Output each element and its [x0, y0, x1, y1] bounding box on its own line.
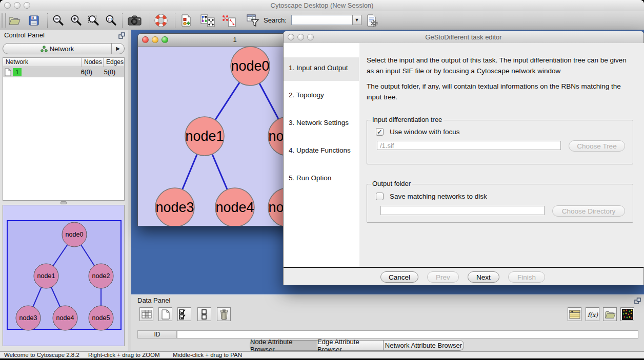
data-panel: Data Panel [131, 294, 644, 351]
open-session-button[interactable] [6, 13, 23, 28]
close-button[interactable] [288, 34, 294, 40]
svg-text:node3: node3 [155, 200, 194, 215]
select-attributes-button[interactable] [139, 307, 153, 321]
minimize-button[interactable] [152, 36, 158, 43]
attribute-value-field[interactable] [177, 330, 638, 338]
select-all-attributes-button[interactable] [177, 307, 191, 321]
save-session-button[interactable] [26, 13, 42, 28]
float-panel-icon[interactable] [634, 297, 641, 306]
next-button[interactable]: Next [468, 271, 499, 283]
help-button[interactable] [153, 13, 169, 28]
toolbar-separator [122, 13, 123, 28]
minimize-button[interactable] [14, 2, 21, 9]
app-title: Cytoscape Desktop (New Session) [0, 0, 644, 11]
choose-directory-button[interactable]: Choose Directory [552, 205, 625, 217]
tab-network-attribute-browser[interactable]: Network Attribute Browser [384, 340, 464, 351]
output-folder-path-field[interactable] [380, 206, 545, 215]
prev-button[interactable]: Prev [427, 271, 459, 283]
search-input[interactable] [291, 15, 354, 25]
delete-attribute-button[interactable] [217, 307, 231, 321]
search-dropdown-button[interactable]: ▼ [352, 15, 361, 25]
close-button[interactable] [142, 36, 149, 43]
attribute-batch-button[interactable] [568, 307, 581, 321]
status-message-pan-hint: Middle-click + drag to PAN [173, 352, 242, 358]
panel-splitter[interactable] [3, 201, 125, 205]
trash-icon [219, 309, 229, 320]
vizmapper-button[interactable] [178, 13, 194, 28]
minimize-button[interactable] [297, 34, 304, 40]
tab-edge-attribute-browser[interactable]: Edge Attribute Browser [317, 340, 384, 351]
step-input-and-output[interactable]: 1. Input and Output [284, 64, 359, 73]
step-network-settings[interactable]: 3. Network Settings [284, 119, 359, 128]
network-overview[interactable]: node0 node1 node2 node3 node4 node5 [3, 205, 125, 346]
import-attributes-button[interactable] [603, 307, 617, 321]
zoom-in-icon [70, 14, 83, 27]
output-folder-group: Output folder Save matching networks to … [367, 184, 633, 223]
filter-button[interactable] [245, 13, 261, 28]
create-attribute-button[interactable] [158, 307, 172, 321]
zoom-selected-button[interactable] [86, 13, 102, 28]
zoom-button[interactable] [24, 2, 30, 9]
network-nodes-count: 6(0) [78, 69, 101, 76]
svg-text:node5: node5 [92, 314, 110, 322]
tab-node-attribute-browser[interactable]: Node Attribute Browser [250, 340, 317, 351]
export-image-button[interactable] [126, 13, 143, 28]
column-header-edges[interactable]: Edges [104, 58, 124, 67]
use-window-with-focus-checkbox[interactable]: ✓ [376, 128, 384, 136]
open-folder-icon [8, 14, 21, 27]
close-button[interactable] [4, 2, 11, 9]
step-topology[interactable]: 2. Topology [284, 91, 359, 100]
zoom-actual-size-button[interactable]: 1:1 [103, 13, 119, 28]
function-builder-button[interactable]: f(x) [586, 307, 599, 321]
document-icon [5, 68, 11, 76]
main-toolbar: 1:1 [0, 11, 644, 30]
dialog-window-controls [288, 34, 317, 40]
function-icon: f(x) [587, 309, 599, 320]
cytoscape-app-window: Cytoscape Desktop (New Session) [0, 0, 644, 358]
tab-network[interactable]: Network ▶ [3, 43, 125, 54]
network-edges-count: 5(0) [101, 69, 124, 76]
control-panel-title: Control Panel [0, 30, 128, 41]
svg-text:f(x): f(x) [587, 311, 598, 318]
import-network-file-button[interactable] [200, 13, 216, 28]
cancel-button[interactable]: Cancel [380, 271, 418, 283]
search-settings-button[interactable] [364, 13, 380, 28]
tab-overflow-arrow[interactable]: ▶ [111, 44, 124, 54]
new-document-icon [161, 309, 170, 320]
save-floppy-icon [28, 14, 40, 27]
app-window-controls [4, 2, 33, 9]
network-window-controls [142, 36, 171, 43]
zoom-out-button[interactable] [50, 13, 67, 28]
toolbar-grip[interactable] [2, 13, 6, 28]
choose-tree-button[interactable]: Choose Tree [569, 140, 625, 152]
float-panel-icon[interactable] [118, 32, 125, 41]
zoom-in-button[interactable] [68, 13, 85, 28]
dialog-footer: Cancel Prev Next Finish [284, 267, 643, 285]
dialog-titlebar[interactable]: GeStoDifferent task editor [284, 31, 643, 44]
import-network-button[interactable] [221, 13, 237, 28]
checked-boxes-icon [178, 309, 191, 320]
column-header-nodes[interactable]: Nodes [82, 58, 104, 67]
svg-text:node4: node4 [56, 314, 74, 322]
chevron-down-icon: ▼ [355, 17, 359, 23]
input-tree-path-field[interactable] [377, 141, 561, 150]
step-run-option[interactable]: 5. Run Option [284, 174, 359, 183]
life-ring-icon [154, 13, 168, 28]
svg-text:node4: node4 [215, 200, 254, 215]
network-list-row[interactable]: 1 6(0) 5(0) [3, 67, 124, 77]
id-column-header[interactable]: ID [137, 330, 177, 338]
step-update-functions[interactable]: 4. Update Functions [284, 146, 359, 156]
svg-text:node0: node0 [66, 231, 84, 238]
data-panel-title: Data Panel [131, 295, 644, 306]
wizard-steps-sidebar: 1. Input and Output 2. Topology 3. Netwo… [284, 43, 360, 267]
finish-button[interactable]: Finish [508, 271, 545, 283]
column-header-network[interactable]: Network [3, 58, 82, 67]
unselect-all-attributes-button[interactable] [197, 307, 211, 321]
zoom-button[interactable] [162, 36, 168, 43]
camera-icon [127, 14, 142, 27]
zoom-button[interactable] [307, 34, 314, 40]
save-networks-checkbox[interactable] [376, 193, 384, 200]
network-glyph-icon [41, 46, 48, 52]
heatmap-button[interactable] [620, 307, 634, 321]
svg-text:node0: node0 [231, 58, 269, 74]
